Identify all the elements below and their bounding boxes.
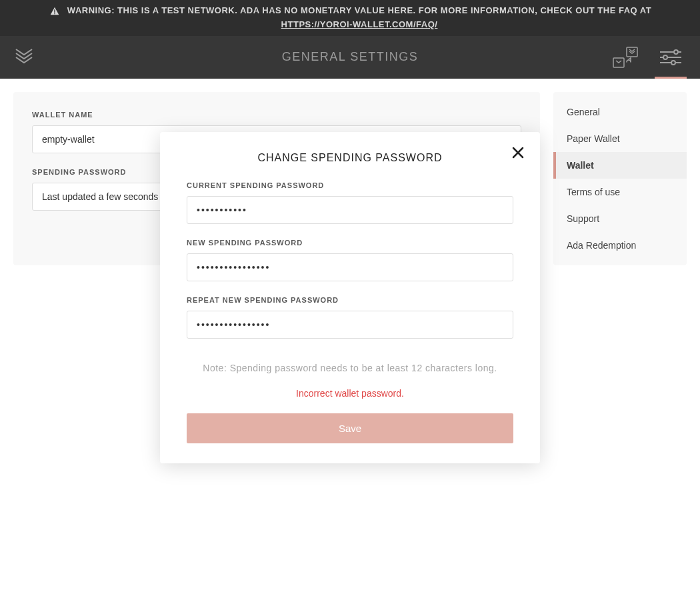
change-password-modal: CHANGE SPENDING PASSWORD CURRENT SPENDIN…: [160, 132, 540, 463]
modal-title: CHANGE SPENDING PASSWORD: [180, 152, 520, 164]
save-button[interactable]: Save: [187, 413, 513, 443]
new-password-input[interactable]: [187, 253, 513, 281]
repeat-password-input[interactable]: [187, 311, 513, 339]
repeat-password-label: REPEAT NEW SPENDING PASSWORD: [187, 296, 513, 304]
new-password-label: NEW SPENDING PASSWORD: [187, 239, 513, 247]
error-message: Incorrect wallet password.: [187, 388, 513, 399]
current-password-input[interactable]: [187, 196, 513, 224]
current-password-label: CURRENT SPENDING PASSWORD: [187, 181, 513, 189]
password-note: Note: Spending password needs to be at l…: [187, 363, 513, 373]
modal-overlay: CHANGE SPENDING PASSWORD CURRENT SPENDIN…: [0, 0, 700, 592]
close-icon[interactable]: [512, 147, 524, 161]
